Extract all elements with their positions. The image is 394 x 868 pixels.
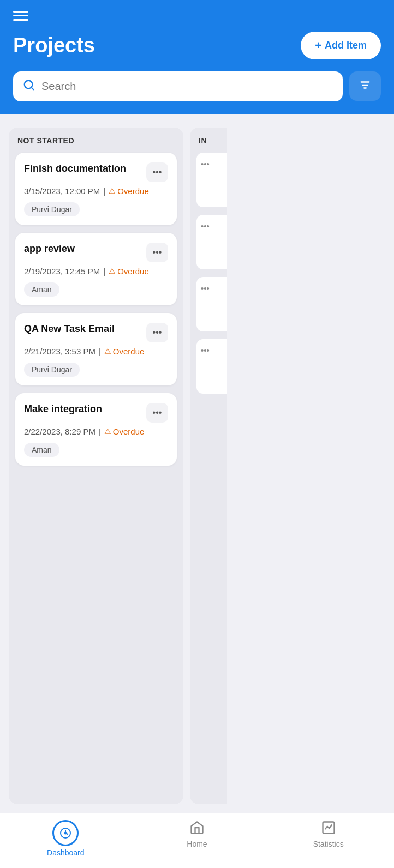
task-assignee-1: Purvi Dugar <box>24 202 80 216</box>
peek-card-2: ••• <box>196 215 227 269</box>
task-separator-3: | <box>99 347 101 356</box>
warning-icon-4: ⚠ <box>104 427 111 436</box>
task-meta-1: 3/15/2023, 12:00 PM | ⚠ Overdue <box>24 186 168 196</box>
task-meta-3: 2/21/2023, 3:53 PM | ⚠ Overdue <box>24 347 168 356</box>
peek-card-4: ••• <box>196 339 227 394</box>
search-container <box>13 71 343 101</box>
main-content: NOT STARTED Finish documentation ••• 3/1… <box>0 114 394 813</box>
nav-label-home: Home <box>187 840 207 848</box>
task-datetime-1: 3/15/2023, 12:00 PM <box>24 186 100 196</box>
warning-icon-1: ⚠ <box>109 186 116 195</box>
task-more-button-1[interactable]: ••• <box>146 162 168 182</box>
filter-icon <box>359 79 371 94</box>
task-assignee-2: Aman <box>24 282 59 297</box>
task-card-3: QA New Task Email ••• 2/21/2023, 3:53 PM… <box>15 313 177 385</box>
column-in-progress-peek: IN ••• ••• ••• ••• <box>190 128 227 805</box>
hamburger-menu[interactable] <box>13 11 28 21</box>
home-icon <box>189 820 205 837</box>
task-card-header-3: QA New Task Email ••• <box>24 323 168 342</box>
header: Projects + Add Item <box>0 0 394 114</box>
task-card-4: Make integration ••• 2/22/2023, 8:29 PM … <box>15 393 177 466</box>
nav-item-statistics[interactable]: Statistics <box>301 820 356 857</box>
svg-point-6 <box>65 833 67 834</box>
task-datetime-3: 2/21/2023, 3:53 PM <box>24 347 95 356</box>
peek-card-3: ••• <box>196 277 227 331</box>
nav-item-dashboard[interactable]: Dashboard <box>38 820 93 857</box>
task-card-header-1: Finish documentation ••• <box>24 162 168 182</box>
task-title-1: Finish documentation <box>24 162 142 175</box>
nav-item-home[interactable]: Home <box>170 820 224 857</box>
task-separator-2: | <box>103 267 105 276</box>
header-menu <box>13 11 381 21</box>
task-overdue-3: ⚠ Overdue <box>104 347 145 356</box>
search-row <box>13 71 381 101</box>
task-assignee-4: Aman <box>24 443 59 457</box>
column-not-started: NOT STARTED Finish documentation ••• 3/1… <box>9 128 183 805</box>
peek-dots-1: ••• <box>201 159 210 168</box>
task-more-button-3[interactable]: ••• <box>146 323 168 342</box>
peek-card-1: ••• <box>196 153 227 207</box>
page-title: Projects <box>13 34 95 57</box>
task-overdue-4: ⚠ Overdue <box>104 427 145 436</box>
task-separator-4: | <box>99 427 101 436</box>
peek-dots-3: ••• <box>201 284 210 293</box>
column-header-in-progress-peek: IN <box>196 136 227 145</box>
nav-label-statistics: Statistics <box>313 840 344 848</box>
dashboard-icon <box>52 820 79 846</box>
peek-dots-4: ••• <box>201 346 210 355</box>
task-title-3: QA New Task Email <box>24 323 142 335</box>
task-card-header-4: Make integration ••• <box>24 403 168 423</box>
task-card-1: Finish documentation ••• 3/15/2023, 12:0… <box>15 153 177 225</box>
task-datetime-4: 2/22/2023, 8:29 PM <box>24 427 95 436</box>
task-title-4: Make integration <box>24 403 142 415</box>
bottom-nav: Dashboard Home Statistics <box>0 813 394 868</box>
search-icon <box>23 79 35 94</box>
task-datetime-2: 2/19/2023, 12:45 PM <box>24 267 100 276</box>
task-meta-4: 2/22/2023, 8:29 PM | ⚠ Overdue <box>24 427 168 436</box>
column-wrap: NOT STARTED Finish documentation ••• 3/1… <box>9 128 385 805</box>
plus-icon: + <box>315 39 321 52</box>
column-header-not-started: NOT STARTED <box>15 136 177 145</box>
task-overdue-1: ⚠ Overdue <box>109 186 149 196</box>
task-title-2: app review <box>24 243 142 255</box>
statistics-icon <box>321 820 336 837</box>
peek-dots-2: ••• <box>201 221 210 231</box>
task-separator-1: | <box>103 186 105 196</box>
task-overdue-2: ⚠ Overdue <box>109 267 149 276</box>
task-more-button-2[interactable]: ••• <box>146 243 168 262</box>
nav-label-dashboard: Dashboard <box>47 848 85 857</box>
warning-icon-3: ⚠ <box>104 347 111 355</box>
task-card-2: app review ••• 2/19/2023, 12:45 PM | ⚠ O… <box>15 233 177 305</box>
header-row: Projects + Add Item <box>13 32 381 59</box>
add-item-button[interactable]: + Add Item <box>301 32 381 59</box>
filter-button[interactable] <box>349 71 381 101</box>
task-card-header-2: app review ••• <box>24 243 168 262</box>
add-item-label: Add Item <box>325 40 367 51</box>
search-input[interactable] <box>41 80 333 93</box>
warning-icon-2: ⚠ <box>109 267 116 275</box>
task-meta-2: 2/19/2023, 12:45 PM | ⚠ Overdue <box>24 267 168 276</box>
task-more-button-4[interactable]: ••• <box>146 403 168 423</box>
svg-line-1 <box>31 87 33 89</box>
task-assignee-3: Purvi Dugar <box>24 363 80 377</box>
